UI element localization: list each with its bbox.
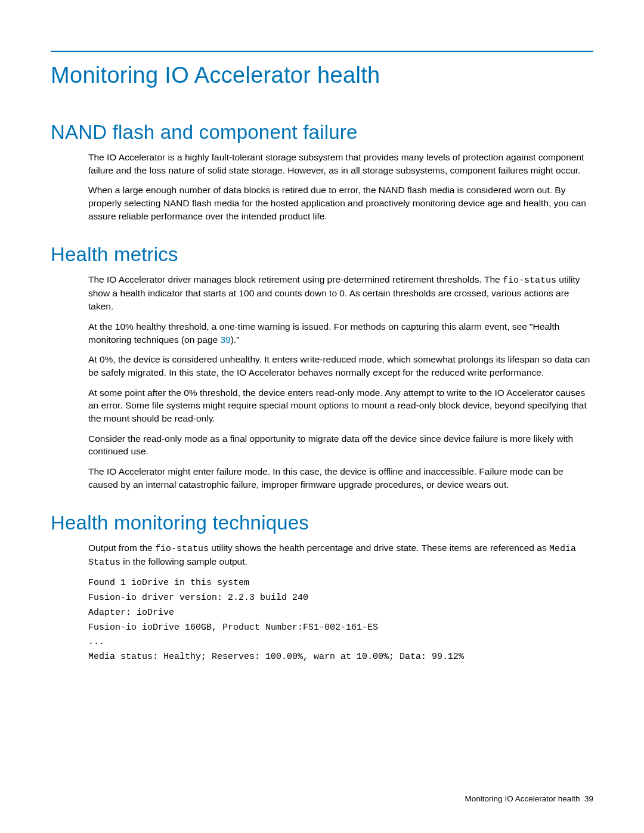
text-span: Output from the	[88, 543, 155, 553]
paragraph: Consider the read-only mode as a final o…	[88, 432, 593, 458]
paragraph: At some point after the 0% threshold, th…	[88, 386, 593, 425]
paragraph: The IO Accelerator is a highly fault-tol…	[88, 151, 593, 176]
paragraph: Output from the fio-status utility shows…	[88, 541, 593, 569]
code-inline: fio-status	[155, 544, 209, 554]
section-heading-metrics: Health metrics	[51, 243, 593, 266]
paragraph: At the 10% healthy threshold, a one-time…	[88, 320, 593, 346]
paragraph: The IO Accelerator might enter failure m…	[88, 465, 593, 491]
paragraph: The IO Accelerator driver manages block …	[88, 273, 593, 312]
text-span: At the 10% healthy threshold, a one-time…	[88, 321, 559, 345]
section-body-nand: The IO Accelerator is a highly fault-tol…	[88, 151, 593, 222]
text-span: )."	[231, 335, 240, 345]
text-span: in the following sample output.	[120, 556, 247, 566]
page-title: Monitoring IO Accelerator health	[51, 63, 593, 88]
footer-title: Monitoring IO Accelerator health	[465, 794, 580, 803]
text-span: utility shows the health percentage and …	[209, 543, 549, 553]
page-link[interactable]: 39	[220, 335, 230, 345]
paragraph: At 0%, the device is considered unhealth…	[88, 353, 593, 379]
top-rule	[51, 51, 593, 52]
section-body-metrics: The IO Accelerator driver manages block …	[88, 273, 593, 491]
footer: Monitoring IO Accelerator health 39	[465, 794, 593, 803]
code-block: Found 1 ioDrive in this system Fusion-io…	[88, 576, 593, 665]
section-body-techniques: Output from the fio-status utility shows…	[88, 541, 593, 569]
footer-page-number: 39	[584, 794, 593, 803]
paragraph: When a large enough number of data block…	[88, 184, 593, 222]
section-heading-nand: NAND flash and component failure	[51, 121, 593, 144]
code-inline: fio-status	[503, 275, 556, 286]
text-span: The IO Accelerator driver manages block …	[88, 274, 503, 284]
section-heading-techniques: Health monitoring techniques	[51, 512, 593, 534]
